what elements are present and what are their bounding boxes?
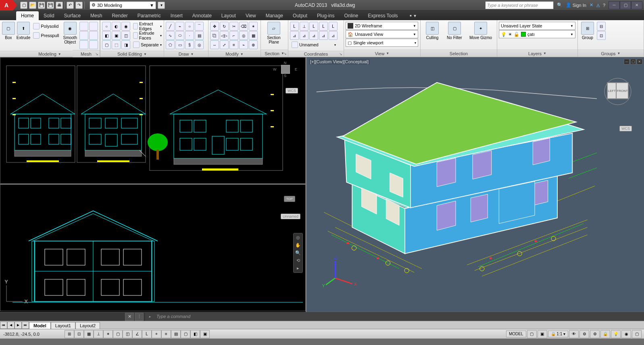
vp-close-button[interactable]: ✕ [637,59,642,64]
scale-icon[interactable]: ⤢ [220,40,229,49]
view-cube[interactable]: LEFT FRONT [604,77,632,106]
quickview-drawings-icon[interactable]: ▣ [538,330,547,338]
mesh-tool-1[interactable] [79,22,88,31]
quickview-layouts-icon[interactable]: ▢ [527,330,537,338]
rect-icon[interactable]: ▭ [175,40,184,49]
sc-icon[interactable]: ◧ [190,330,200,338]
vp-minimize-button[interactable]: ─ [624,59,629,64]
ucs-icon-7[interactable]: ⊿ [300,31,308,40]
view-dropdown[interactable]: 🏠Unsaved View▼ [346,30,418,38]
lwt-icon[interactable]: ≡ [161,330,171,338]
saveas-icon[interactable]: 💾 [47,2,54,9]
ellipse-icon[interactable]: ⬭ [175,31,184,40]
grid-icon[interactable]: ▦ [84,330,94,338]
tab-first-icon[interactable]: ⏮ [0,322,7,329]
explode-icon[interactable]: ✶ [249,22,258,31]
mesh-tool-2[interactable] [89,22,98,31]
mesh-tool-3[interactable] [79,31,88,40]
viewport-dropdown[interactable]: ▢Single viewport▾ [346,39,418,47]
ucs-icon-8[interactable]: ⊿ [309,31,318,40]
shell-icon[interactable]: ▢ [102,40,111,49]
extrude-button[interactable]: ⬆Extrude [17,22,30,40]
tab-home[interactable]: Home [16,11,39,20]
hatch-icon[interactable]: ▤ [195,31,204,40]
toolbar-lock-icon[interactable]: 🔒 [600,330,610,338]
point-icon[interactable]: · [185,31,194,40]
tab-prev-icon[interactable]: ◀ [7,322,15,329]
box-button[interactable]: ▢Box [2,22,15,40]
cmdline-close-icon[interactable]: ✕ [125,313,134,321]
exchange-icon[interactable]: ✕ [590,2,593,8]
break-icon[interactable]: ⌁ [239,40,248,49]
tab-parametric[interactable]: Parametric [133,11,166,20]
osnap-icon[interactable]: ▢ [113,330,123,338]
tpy-icon[interactable]: ▤ [171,330,181,338]
tab-extra-icon[interactable]: ▫️▾ [403,11,421,20]
showmotion-icon[interactable]: ▸ [297,266,299,271]
mirror-icon[interactable]: ◁▷ [220,31,229,40]
thicken-icon[interactable]: ▣ [112,31,121,40]
viewport-bottom-left[interactable]: X Y TOP Unnamed ◎ ✋ 🔍 ⟲ ▸ [0,184,306,311]
tab-render[interactable]: Render [107,11,132,20]
orbit-icon[interactable]: ⟲ [296,258,300,263]
zoom-icon[interactable]: 🔍 [295,250,301,256]
tab-annotate[interactable]: Annotate [188,11,217,20]
annotation-visibility-icon[interactable]: 👁 [569,330,579,338]
extrude-faces-button[interactable]: Extrude Faces▾ [131,31,163,40]
viewcube-top-icon[interactable] [281,65,290,74]
viewcube-left-face[interactable]: LEFT [607,83,616,99]
line-icon[interactable]: ╱ [166,22,175,31]
offset-icon[interactable]: ◎ [239,31,248,40]
tab-layout[interactable]: Layout [217,11,241,20]
command-input[interactable]: ▸ Type a command [145,313,644,321]
am-icon[interactable]: ▣ [200,330,210,338]
circle-icon[interactable]: ○ [185,22,194,31]
viewcube-top-label[interactable]: TOP [284,196,295,202]
tab-last-icon[interactable]: ⏭ [22,322,29,329]
workspace-switching-icon[interactable]: ⚙ [590,330,600,338]
separate-button[interactable]: Separate▾ [131,40,163,49]
cmdline-handle-icon[interactable]: ⋮ [135,313,144,321]
viewport-3d[interactable]: [+][Custom View][Conceptual] ─ ▢ ✕ LEFT … [306,57,644,312]
stretch-icon[interactable]: ↔ [210,40,219,49]
layer-dropdown[interactable]: 💡 ☀ 🔓 çatı▼ [499,30,575,38]
move-icon[interactable]: ✥ [210,22,219,31]
new-icon[interactable]: ▢ [20,2,27,9]
helix-icon[interactable]: § [185,40,194,49]
ortho-icon[interactable]: ⊥ [94,330,103,338]
ucs-icon-4[interactable]: L [319,22,328,31]
snap-icon[interactable]: ⊡ [74,330,84,338]
interfere-icon[interactable]: ◨ [121,40,130,49]
tab-plugins[interactable]: Plug-ins [312,11,339,20]
ucs-icon-10[interactable]: ⊿ [329,31,338,40]
steering-wheel-icon[interactable]: ◎ [296,235,300,240]
layout-tab-1[interactable]: Layout1 [51,322,75,329]
ucs-icon-1[interactable]: L [290,22,299,31]
open-icon[interactable]: 📂 [29,2,36,9]
tab-online[interactable]: Online [339,11,363,20]
nav-bar[interactable]: ◎ ✋ 🔍 ⟲ ▸ [293,233,303,273]
3dosnap-icon[interactable]: ◫ [123,330,132,338]
tab-manage[interactable]: Manage [261,11,288,20]
layout-tab-2[interactable]: Layout2 [75,322,100,329]
model-space-toggle[interactable]: MODEL [506,330,526,337]
mesh-tool-5[interactable] [79,40,88,49]
polygon-icon[interactable]: ⬠ [166,40,175,49]
tab-surface[interactable]: Surface [59,11,85,20]
viewport-label[interactable]: [+][Custom View][Conceptual] [309,59,370,64]
union-icon[interactable]: ○ [102,22,111,31]
tab-view[interactable]: View [241,11,261,20]
minimize-button[interactable]: ─ [609,1,620,9]
spline-icon[interactable]: ∿ [166,31,175,40]
maximize-button[interactable]: ▢ [620,1,631,9]
tab-solid[interactable]: Solid [39,11,59,20]
slice-icon[interactable]: ◧ [102,31,111,40]
tab-output[interactable]: Output [288,11,312,20]
nofilter-button[interactable]: ▢No Filter [444,22,465,40]
search-icon[interactable]: 🔍 [557,2,563,8]
redo-icon[interactable]: ↷ [75,2,83,9]
ucs-icon-5[interactable]: L [329,22,338,31]
ucs-icon-6[interactable]: ⊿ [290,31,299,40]
tab-insert[interactable]: Insert [166,11,188,20]
group-button[interactable]: ⊞Group [579,22,596,40]
